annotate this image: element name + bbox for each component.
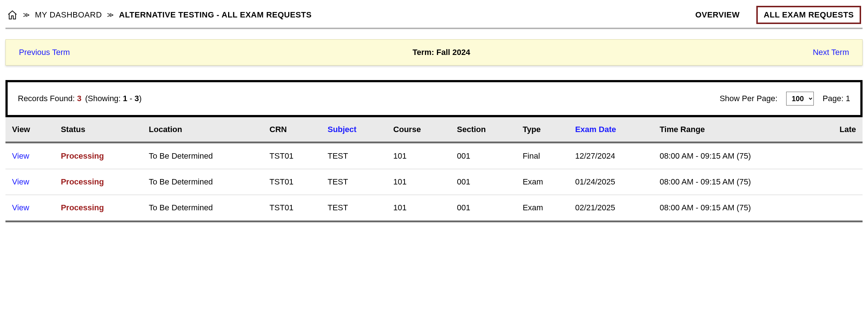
next-term-link[interactable]: Next Term	[813, 48, 849, 57]
exam-requests-table: View Status Location CRN Subject Course …	[5, 117, 863, 222]
col-late: Late	[816, 118, 863, 143]
showing-to: 3	[135, 94, 139, 103]
cell-exam-date: 01/24/2025	[569, 169, 653, 195]
col-view: View	[5, 118, 54, 143]
cell-crn: TST01	[263, 169, 321, 195]
cell-exam-date: 02/21/2025	[569, 195, 653, 222]
breadcrumb-current: ALTERNATIVE TESTING - ALL EXAM REQUESTS	[119, 10, 312, 20]
cell-view: View	[5, 169, 54, 195]
cell-course: 101	[387, 143, 450, 169]
cell-view: View	[5, 195, 54, 222]
cell-course: 101	[387, 169, 450, 195]
cell-subject: TEST	[321, 195, 387, 222]
cell-location: To Be Determined	[142, 195, 263, 222]
cell-type: Exam	[516, 169, 569, 195]
tab-all-exam-requests[interactable]: ALL EXAM REQUESTS	[756, 6, 861, 24]
term-title: Term: Fall 2024	[413, 48, 470, 57]
table-row: ViewProcessingTo Be DeterminedTST01TEST1…	[5, 195, 863, 222]
cell-exam-date: 12/27/2024	[569, 143, 653, 169]
cell-time-range: 08:00 AM - 09:15 AM (75)	[653, 143, 816, 169]
col-course: Course	[387, 118, 450, 143]
col-type: Type	[516, 118, 569, 143]
previous-term-link[interactable]: Previous Term	[19, 48, 70, 57]
col-subject-link[interactable]: Subject	[327, 125, 356, 134]
col-exam-date[interactable]: Exam Date	[569, 118, 653, 143]
cell-time-range: 08:00 AM - 09:15 AM (75)	[653, 169, 816, 195]
col-time-range: Time Range	[653, 118, 816, 143]
table-row: ViewProcessingTo Be DeterminedTST01TEST1…	[5, 169, 863, 195]
cell-late	[816, 195, 863, 222]
showing-dash: -	[127, 94, 135, 103]
chevron-right-icon: ≫	[23, 11, 30, 19]
cell-time-range: 08:00 AM - 09:15 AM (75)	[653, 195, 816, 222]
view-link[interactable]: View	[12, 151, 29, 160]
term-navigation: Previous Term Term: Fall 2024 Next Term	[5, 39, 863, 65]
chevron-right-icon: ≫	[107, 11, 114, 19]
col-location: Location	[142, 118, 263, 143]
cell-status: Processing	[54, 143, 142, 169]
view-link[interactable]: View	[12, 203, 29, 212]
cell-section: 001	[450, 143, 516, 169]
showing-prefix: (Showing:	[85, 94, 123, 103]
cell-section: 001	[450, 169, 516, 195]
records-found: Records Found: 3 (Showing: 1 - 3)	[18, 94, 142, 103]
col-status: Status	[54, 118, 142, 143]
breadcrumb-dashboard[interactable]: MY DASHBOARD	[35, 10, 102, 20]
cell-view: View	[5, 143, 54, 169]
cell-type: Final	[516, 143, 569, 169]
status-badge: Processing	[61, 203, 104, 212]
col-subject[interactable]: Subject	[321, 118, 387, 143]
page-indicator: Page: 1	[823, 94, 850, 103]
table-row: ViewProcessingTo Be DeterminedTST01TEST1…	[5, 143, 863, 169]
tab-links: OVERVIEW ALL EXAM REQUESTS	[689, 6, 861, 24]
status-badge: Processing	[61, 177, 104, 186]
cell-late	[816, 143, 863, 169]
records-found-count: 3	[77, 94, 81, 103]
col-exam-date-link[interactable]: Exam Date	[575, 125, 616, 134]
col-section: Section	[450, 118, 516, 143]
cell-crn: TST01	[263, 195, 321, 222]
cell-course: 101	[387, 195, 450, 222]
records-summary: Records Found: 3 (Showing: 1 - 3) Show P…	[5, 80, 863, 117]
cell-section: 001	[450, 195, 516, 222]
view-link[interactable]: View	[12, 177, 29, 186]
tab-overview[interactable]: OVERVIEW	[689, 7, 745, 23]
cell-subject: TEST	[321, 143, 387, 169]
records-found-label: Records Found:	[18, 94, 77, 103]
per-page-label: Show Per Page:	[720, 94, 777, 103]
cell-status: Processing	[54, 169, 142, 195]
top-bar: ≫ MY DASHBOARD ≫ ALTERNATIVE TESTING - A…	[5, 4, 863, 29]
breadcrumb: ≫ MY DASHBOARD ≫ ALTERNATIVE TESTING - A…	[7, 9, 312, 20]
home-icon[interactable]	[7, 9, 18, 20]
col-crn: CRN	[263, 118, 321, 143]
per-page-select[interactable]: 100	[786, 92, 814, 106]
cell-status: Processing	[54, 195, 142, 222]
cell-location: To Be Determined	[142, 143, 263, 169]
cell-location: To Be Determined	[142, 169, 263, 195]
cell-late	[816, 169, 863, 195]
cell-subject: TEST	[321, 169, 387, 195]
table-header-row: View Status Location CRN Subject Course …	[5, 118, 863, 143]
showing-suffix: )	[139, 94, 142, 103]
showing-from: 1	[123, 94, 127, 103]
cell-crn: TST01	[263, 143, 321, 169]
cell-type: Exam	[516, 195, 569, 222]
status-badge: Processing	[61, 151, 104, 160]
